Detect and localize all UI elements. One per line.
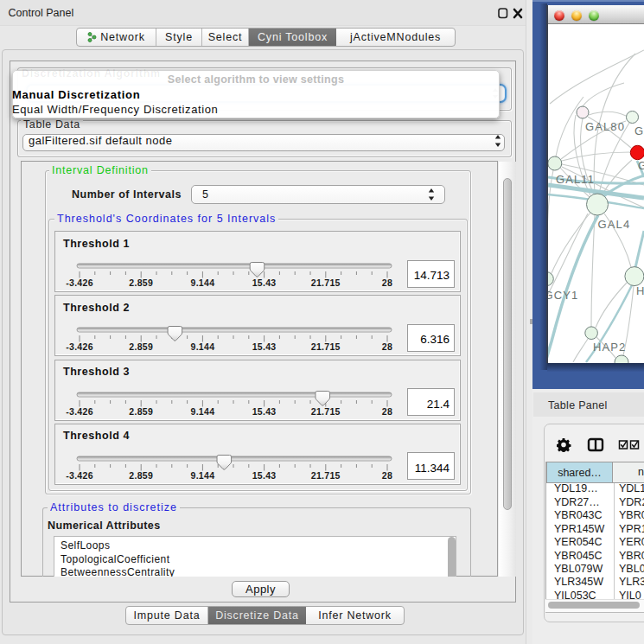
svg-text:15.43: 15.43 [252,277,277,288]
svg-text:G: G [638,159,644,172]
svg-text:GAL80: GAL80 [585,120,625,133]
svg-text:9.144: 9.144 [191,341,215,352]
svg-text:-3.426: -3.426 [66,341,93,352]
svg-text:-3.426: -3.426 [66,277,93,288]
svg-text:28: 28 [382,470,392,481]
svg-text:2.859: 2.859 [129,470,153,481]
svg-text:21.715: 21.715 [311,470,341,481]
svg-text:2.859: 2.859 [129,277,153,288]
svg-text:GAL11: GAL11 [556,173,595,186]
svg-text:9.144: 9.144 [191,470,215,481]
svg-text:2.859: 2.859 [129,406,153,417]
svg-text:HAP2: HAP2 [593,341,626,354]
svg-text:HI: HI [636,284,644,297]
svg-text:15.43: 15.43 [252,406,277,417]
svg-text:28: 28 [382,341,392,352]
svg-text:2.859: 2.859 [129,341,153,352]
svg-text:21.715: 21.715 [311,341,341,352]
svg-text:15.43: 15.43 [252,470,277,481]
svg-text:15.43: 15.43 [252,341,277,352]
svg-text:9.144: 9.144 [191,277,215,288]
svg-text:28: 28 [382,406,392,417]
svg-text:21.715: 21.715 [311,406,341,417]
svg-text:28: 28 [382,277,392,288]
svg-text:21.715: 21.715 [311,277,341,288]
svg-text:GAL4: GAL4 [598,218,631,231]
svg-text:GA: GA [634,124,644,137]
svg-text:-3.426: -3.426 [66,470,93,481]
svg-text:GCY1: GCY1 [548,289,578,302]
svg-text:9.144: 9.144 [191,406,215,417]
svg-text:-3.426: -3.426 [66,406,93,417]
